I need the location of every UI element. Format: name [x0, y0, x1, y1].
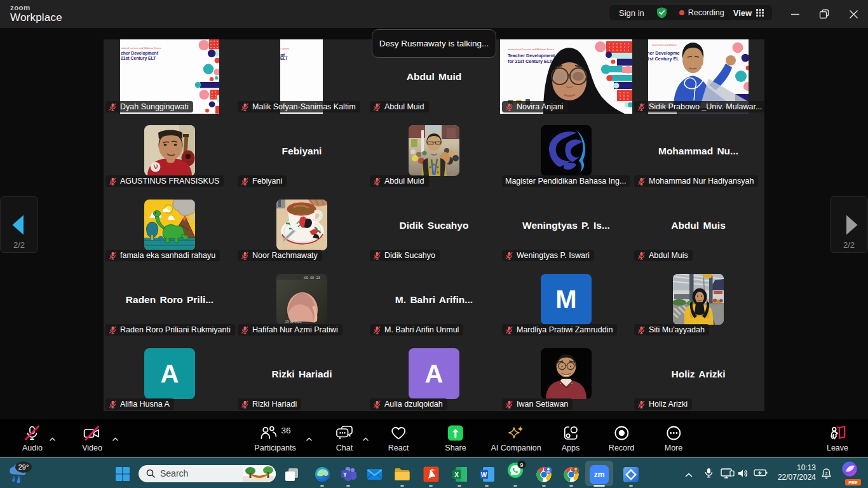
- svg-text:ational Lecture and Webinar Se: ational Lecture and Webinar Series: [121, 46, 161, 50]
- svg-text:21st Century ELT: 21st Century ELT: [121, 56, 156, 61]
- svg-text:z: z: [825, 471, 828, 475]
- svg-text:T: T: [343, 471, 347, 478]
- svg-text:W: W: [481, 471, 487, 478]
- svg-text:onal Lecture and Webinar: onal Lecture and Webinar: [652, 44, 677, 46]
- svg-text:29-05-2023: 29-05-2023: [285, 320, 302, 323]
- svg-text:cher Developme: cher Developme: [648, 50, 680, 56]
- svg-text:Teacher Development: Teacher Development: [508, 53, 555, 58]
- svg-text:r Series: r Series: [281, 47, 290, 50]
- svg-text:21st Century EL: 21st Century EL: [648, 56, 679, 62]
- svg-text:X: X: [454, 471, 459, 478]
- svg-text:ELT: ELT: [280, 56, 288, 60]
- svg-text:for 21st Century ELT: for 21st Century ELT: [508, 58, 553, 64]
- svg-text:-00 -00 -23: -00 -00 -23: [303, 276, 320, 280]
- svg-text:PRE: PRE: [848, 480, 858, 485]
- svg-text:29°: 29°: [18, 463, 29, 471]
- svg-text:9: 9: [520, 461, 523, 468]
- svg-text:International Lecture and Webi: International Lecture and Webinar Series: [508, 48, 554, 51]
